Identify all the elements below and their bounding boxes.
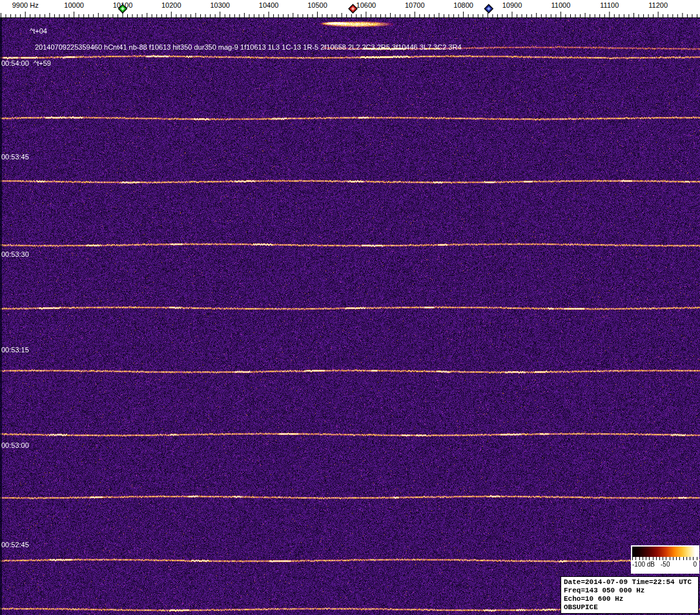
svg-text:11200: 11200	[648, 1, 668, 9]
info-echo: Echo=10 600 Hz	[564, 595, 695, 603]
observation-info-box: Date=2014-07-09 Time=22:54 UTC Freq=143 …	[561, 576, 699, 614]
intensity-colorbar: -100 dB -50 0	[631, 545, 699, 574]
colorbar-label-min: -100 dB	[632, 561, 655, 568]
colorbar-label-max: 0	[693, 561, 697, 568]
spectrogram-area[interactable]: 00:54:0000:53:4500:53:3000:53:1500:53:00…	[0, 18, 700, 615]
svg-text:11000: 11000	[551, 1, 571, 9]
svg-text:10000: 10000	[64, 1, 84, 9]
svg-text:10200: 10200	[161, 1, 181, 9]
svg-text:10700: 10700	[405, 1, 425, 9]
marker-blue-diamond[interactable]	[484, 5, 493, 13]
info-date-time: Date=2014-07-09 Time=22:54 UTC	[564, 578, 695, 587]
svg-text:10600: 10600	[356, 1, 376, 9]
spectrogram-overlay: 00:54:0000:53:4500:53:3000:53:1500:53:00…	[0, 18, 700, 615]
time-label: 00:53:00	[1, 441, 29, 449]
info-station: OBSUPICE	[564, 603, 695, 612]
svg-text:9900 Hz: 9900 Hz	[12, 1, 39, 9]
frequency-ruler[interactable]: 9900 Hz100001010010200103001040010500106…	[0, 0, 700, 18]
time-label: 00:53:45	[1, 153, 29, 161]
event-end-mark: ^t+59	[34, 59, 51, 67]
svg-text:10900: 10900	[502, 1, 522, 9]
time-label: 00:53:30	[1, 250, 29, 258]
colorbar-label-mid: -50	[661, 561, 670, 568]
detection-log-line: 20140709225359460 hCnt41 nb-88 f10613 hi…	[35, 43, 462, 51]
event-start-mark: ^t+04	[30, 27, 47, 35]
info-frequency: Freq=143 050 000 Hz	[564, 587, 695, 595]
svg-text:10800: 10800	[453, 1, 473, 9]
time-label: 00:53:15	[1, 346, 29, 354]
time-label: 00:54:00	[1, 59, 29, 67]
ruler-ticks	[0, 12, 700, 18]
spectrogram-app: 9900 Hz100001010010200103001040010500106…	[0, 0, 700, 615]
svg-text:10400: 10400	[259, 1, 279, 9]
time-label: 00:52:45	[1, 541, 29, 549]
colorbar-gradient	[632, 547, 698, 557]
svg-text:10300: 10300	[210, 1, 230, 9]
colorbar-labels: -100 dB -50 0	[632, 560, 698, 569]
svg-text:11100: 11100	[600, 1, 619, 9]
svg-text:10500: 10500	[307, 1, 327, 9]
ruler-labels: 9900 Hz100001010010200103001040010500106…	[12, 1, 668, 9]
frequency-ruler-svg: 9900 Hz100001010010200103001040010500106…	[0, 0, 700, 18]
